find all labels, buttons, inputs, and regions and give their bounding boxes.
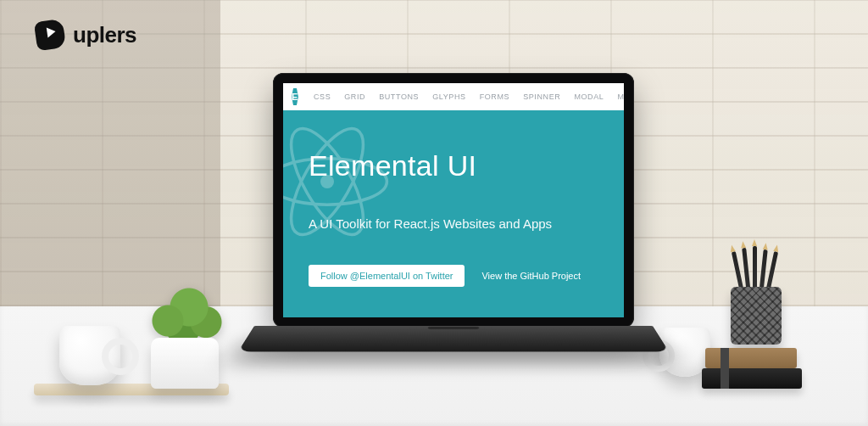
hero-title: Elemental UI (309, 149, 598, 182)
coffee-mug-left (59, 326, 120, 385)
uplers-logo-icon (34, 19, 66, 51)
stacked-books (702, 343, 802, 389)
nav-item-misc[interactable]: MISC (617, 92, 624, 101)
potted-plant (139, 278, 232, 389)
elemental-logo-letter: E (292, 92, 298, 102)
nav-item-modal[interactable]: MODAL (574, 92, 604, 101)
uplers-wordmark: uplers (73, 22, 136, 48)
app-screen: E CSS GRID BUTTONS GLYPHS FORMS SPINNER … (283, 83, 624, 317)
laptop-keyboard (238, 326, 669, 351)
pencil-holder (726, 251, 787, 345)
uplers-brand: uplers (36, 20, 136, 49)
book-top (705, 348, 797, 368)
book-strap (721, 348, 729, 389)
plant-pot (151, 338, 219, 389)
hero-subtitle: A UI Toolkit for React.js Websites and A… (309, 216, 598, 231)
hero-section: Elemental UI A UI Toolkit for React.js W… (283, 110, 624, 317)
laptop-screen-bezel: E CSS GRID BUTTONS GLYPHS FORMS SPINNER … (273, 73, 634, 328)
mesh-cup (731, 287, 782, 345)
top-nav-bar: E CSS GRID BUTTONS GLYPHS FORMS SPINNER … (283, 83, 624, 110)
elemental-logo-icon[interactable]: E (292, 87, 298, 106)
nav-item-css[interactable]: CSS (314, 92, 331, 101)
view-github-link[interactable]: View the GitHub Project (481, 271, 581, 281)
nav-item-grid[interactable]: GRID (344, 92, 365, 101)
laptop: E CSS GRID BUTTONS GLYPHS FORMS SPINNER … (254, 73, 653, 395)
nav-item-glyphs[interactable]: GLYPHS (432, 92, 465, 101)
nav-links: CSS GRID BUTTONS GLYPHS FORMS SPINNER MO… (314, 92, 624, 101)
cta-row: Follow @ElementalUI on Twitter View the … (309, 265, 598, 287)
nav-item-buttons[interactable]: BUTTONS (379, 92, 419, 101)
nav-item-spinner[interactable]: SPINNER (523, 92, 560, 101)
follow-twitter-button[interactable]: Follow @ElementalUI on Twitter (309, 265, 465, 287)
book-bottom (702, 368, 802, 389)
nav-item-forms[interactable]: FORMS (480, 92, 510, 101)
